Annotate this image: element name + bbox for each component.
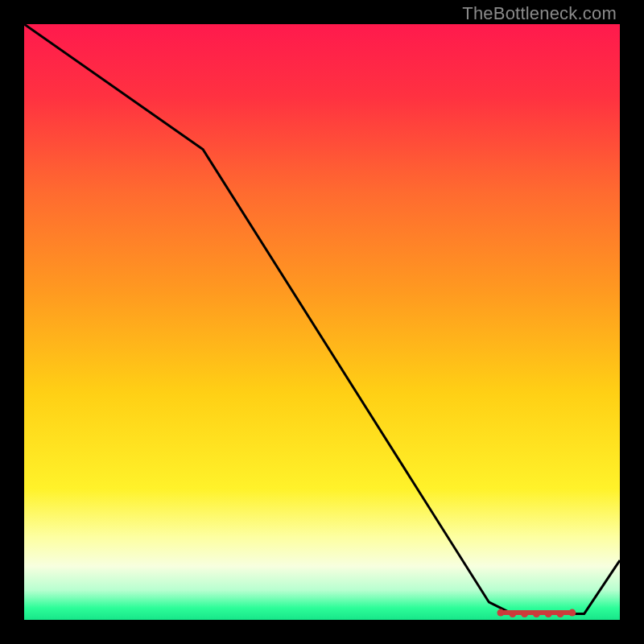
- chart-frame: TheBottleneck.com: [0, 0, 644, 644]
- marker-dot: [533, 610, 540, 617]
- marker-dot: [545, 610, 552, 617]
- gradient-background: [24, 24, 620, 620]
- marker-dot: [521, 610, 528, 617]
- watermark-label: TheBottleneck.com: [462, 3, 617, 24]
- marker-dot: [497, 609, 505, 617]
- marker-dot: [568, 609, 576, 617]
- marker-dot: [509, 610, 516, 617]
- plot-area: [24, 24, 620, 620]
- bottleneck-chart: [24, 24, 620, 620]
- marker-dot: [557, 610, 564, 617]
